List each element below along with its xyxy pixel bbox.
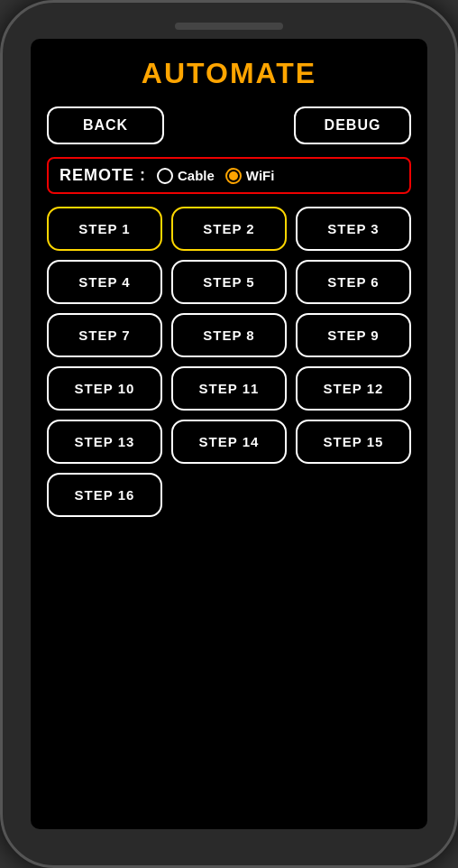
back-button[interactable]: BACK <box>47 106 164 144</box>
remote-row: REMOTE : Cable WiFi <box>47 157 411 194</box>
step-button-3[interactable]: STEP 3 <box>296 207 411 251</box>
phone-frame: AUTOMATE BACK DEBUG REMOTE : Cable WiFi … <box>0 0 458 868</box>
step-button-11[interactable]: STEP 11 <box>171 366 287 411</box>
step-button-2[interactable]: STEP 2 <box>171 207 287 251</box>
step-button-1[interactable]: STEP 1 <box>47 207 162 251</box>
steps-grid: STEP 1STEP 2STEP 3STEP 4STEP 5STEP 6STEP… <box>47 207 411 517</box>
step-button-10[interactable]: STEP 10 <box>47 366 162 411</box>
phone-screen: AUTOMATE BACK DEBUG REMOTE : Cable WiFi … <box>31 39 427 829</box>
step-button-14[interactable]: STEP 14 <box>171 420 287 464</box>
step-button-6[interactable]: STEP 6 <box>296 260 411 304</box>
step-button-7[interactable]: STEP 7 <box>47 313 162 357</box>
step-button-12[interactable]: STEP 12 <box>296 366 411 411</box>
radio-label-cable: Cable <box>178 168 215 183</box>
step-button-9[interactable]: STEP 9 <box>296 313 411 357</box>
step-button-16[interactable]: STEP 16 <box>47 473 162 517</box>
step-button-4[interactable]: STEP 4 <box>47 260 162 304</box>
step-button-13[interactable]: STEP 13 <box>47 420 162 464</box>
step-button-5[interactable]: STEP 5 <box>171 260 287 304</box>
radio-label-wifi: WiFi <box>246 168 275 183</box>
radio-circle-wifi <box>225 168 242 184</box>
radio-circle-cable <box>157 168 173 184</box>
top-buttons-row: BACK DEBUG <box>47 106 411 144</box>
phone-speaker <box>175 23 283 30</box>
step-button-8[interactable]: STEP 8 <box>171 313 287 357</box>
debug-button[interactable]: DEBUG <box>294 106 411 144</box>
radio-wifi[interactable]: WiFi <box>225 168 275 184</box>
app-title: AUTOMATE <box>47 57 411 90</box>
remote-label: REMOTE : <box>60 166 146 185</box>
radio-cable[interactable]: Cable <box>157 168 215 184</box>
step-button-15[interactable]: STEP 15 <box>296 420 411 464</box>
